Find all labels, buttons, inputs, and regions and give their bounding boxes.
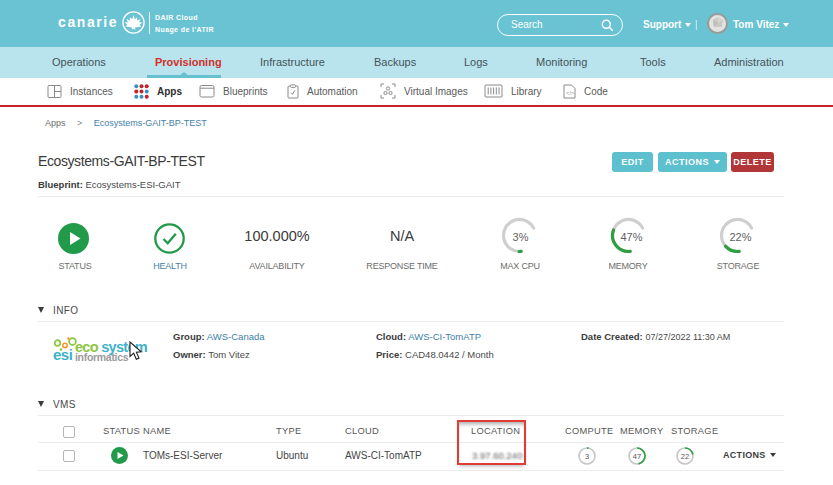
svg-text:3: 3 (585, 452, 589, 461)
svg-text:informatics: informatics (75, 351, 129, 363)
svg-text:esi: esi (53, 346, 73, 363)
svg-text:</>: </> (566, 89, 574, 95)
svg-text:22: 22 (681, 452, 689, 461)
svg-text:47: 47 (633, 452, 641, 461)
